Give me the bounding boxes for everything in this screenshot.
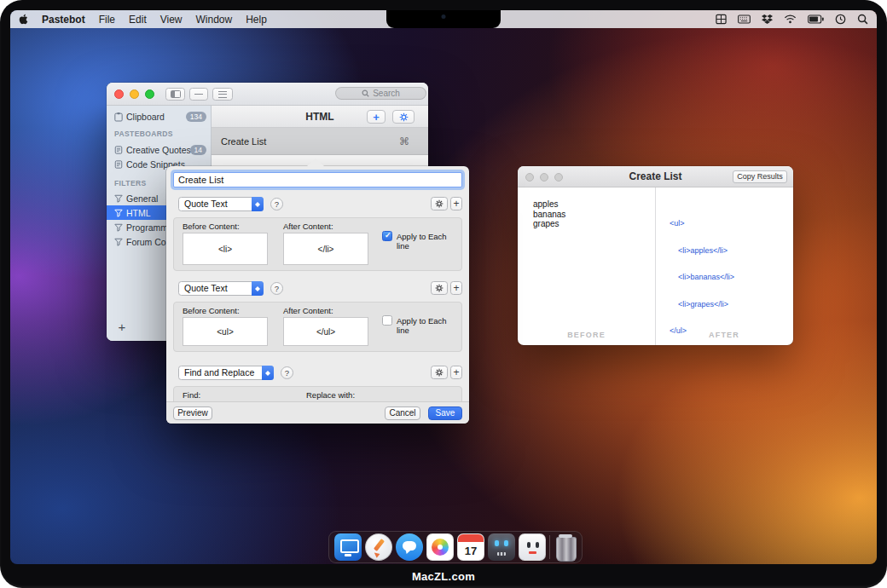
preview-button[interactable]: Preview: [173, 406, 212, 420]
dock-messages-app-icon[interactable]: [396, 533, 423, 561]
apple-menu-icon[interactable]: [19, 14, 28, 25]
filter-row-create-list[interactable]: Create List ⌘: [212, 128, 428, 155]
dock-photos-app-icon[interactable]: [426, 533, 454, 561]
clipboard-icon: [114, 112, 126, 122]
shortcut-symbol: ⌘: [399, 135, 409, 147]
filter-funnel-icon: [114, 209, 126, 217]
dock-screens-app-icon[interactable]: [334, 533, 362, 561]
help-button-1[interactable]: ?: [270, 198, 283, 210]
keyboard-icon[interactable]: [738, 14, 751, 24]
gear-icon: [435, 284, 444, 292]
save-button[interactable]: Save: [428, 406, 462, 420]
dock-calendar-app-icon[interactable]: 17: [457, 533, 484, 561]
list-view-button[interactable]: [212, 88, 233, 101]
filter-funnel-icon: [114, 223, 126, 232]
after-content-label: After Content:: [283, 306, 333, 315]
add-step-button-1[interactable]: +: [450, 197, 462, 210]
add-step-button-2[interactable]: +: [450, 281, 462, 295]
zoom-button[interactable]: [145, 89, 154, 99]
sidebar-item-creative-quotes[interactable]: Creative Quotes 14: [107, 142, 211, 157]
after-content-input-2[interactable]: </ul>: [283, 317, 368, 346]
dropdown-caret-icon: [252, 281, 264, 296]
wifi-icon[interactable]: [784, 14, 797, 24]
action-dropdown-3[interactable]: Find and Replace: [178, 366, 274, 380]
action-dropdown-1[interactable]: Quote Text: [178, 197, 264, 211]
step-settings-group-1: Before Content: <li> After Content: </li…: [173, 217, 462, 271]
compact-view-button[interactable]: [189, 88, 208, 101]
pasteboard-icon: [114, 146, 126, 154]
help-button-2[interactable]: ?: [270, 282, 283, 295]
find-label: Find:: [183, 390, 200, 400]
menu-help[interactable]: Help: [246, 14, 267, 26]
filter-row-label: Create List: [221, 136, 266, 147]
before-content-input-2[interactable]: <ul>: [183, 317, 268, 346]
action-dropdown-2[interactable]: Quote Text: [178, 281, 264, 296]
step-settings-button-1[interactable]: [431, 197, 448, 210]
pasteboard-count-badge: 14: [190, 145, 206, 155]
menu-app-name[interactable]: Pastebot: [42, 14, 85, 26]
sidebar-item-label: Creative Quotes: [126, 145, 191, 155]
dock-trash-icon[interactable]: [554, 533, 577, 561]
copy-results-button[interactable]: Copy Results: [733, 170, 787, 183]
spotlight-search-icon[interactable]: [857, 14, 868, 25]
step-settings-button-3[interactable]: [431, 366, 448, 379]
gear-icon: [435, 199, 444, 208]
apply-each-line-label: Apply to Each line: [397, 316, 461, 335]
after-pane-label: AFTER: [655, 331, 793, 339]
close-button[interactable]: [114, 89, 124, 99]
dropdown-caret-icon: [262, 366, 274, 380]
clipboard-count-badge: 134: [186, 112, 206, 122]
dock-robot-app-icon[interactable]: [519, 533, 546, 561]
add-item-button[interactable]: +: [114, 319, 130, 334]
search-icon: [362, 89, 369, 97]
step-settings-button-2[interactable]: [431, 281, 448, 295]
menu-edit[interactable]: Edit: [129, 14, 147, 26]
apply-each-line-label: Apply to Each line: [397, 232, 461, 251]
before-pane-text: apples bananas grapes: [533, 199, 565, 229]
filter-funnel-icon: [114, 238, 126, 246]
dock-pastebot-app-icon[interactable]: [488, 533, 515, 561]
tiles-icon[interactable]: [716, 14, 727, 25]
step-settings-group-2: Before Content: <ul> After Content: </ul…: [173, 302, 462, 352]
camera-icon: [442, 14, 446, 19]
menu-file[interactable]: File: [99, 14, 115, 26]
apply-each-line-checkbox-2[interactable]: [382, 315, 392, 326]
list-lines-icon: [218, 91, 227, 98]
add-filter-button[interactable]: +: [367, 110, 386, 124]
filter-list-header: HTML +: [212, 106, 428, 128]
before-content-input-1[interactable]: <li>: [183, 233, 268, 265]
before-pane-label: BEFORE: [518, 331, 655, 339]
editor-footer: Preview Cancel Save: [166, 401, 469, 424]
after-content-input-1[interactable]: </li>: [283, 233, 368, 265]
minimize-button[interactable]: [130, 89, 139, 99]
battery-icon[interactable]: [808, 14, 824, 24]
search-placeholder: Search: [373, 89, 400, 98]
sidebar-item-label: Clipboard: [126, 112, 165, 122]
macbook-bezel: Pastebot File Edit View Window Help: [0, 0, 887, 588]
brand-watermark: MacZL.com: [0, 570, 887, 583]
filter-name-input[interactable]: [173, 172, 462, 187]
preview-window: Create List Copy Results apples bananas …: [518, 166, 793, 345]
search-field[interactable]: Search: [335, 87, 426, 100]
clock-icon[interactable]: [835, 14, 846, 25]
single-line-icon: [194, 94, 203, 95]
filter-funnel-icon: [114, 194, 126, 203]
menu-view[interactable]: View: [160, 14, 183, 26]
gear-icon: [399, 112, 409, 122]
sidebar-item-label: Forum Co: [126, 237, 166, 247]
dropbox-icon[interactable]: [762, 14, 773, 25]
sidebar-toggle-button[interactable]: [165, 88, 185, 101]
apply-each-line-checkbox-1[interactable]: [382, 231, 392, 241]
dock-drawing-app-icon[interactable]: [365, 533, 392, 561]
sidebar-item-clipboard[interactable]: Clipboard 134: [107, 109, 211, 124]
add-step-button-3[interactable]: +: [450, 366, 462, 379]
camera-notch: [386, 10, 501, 28]
filter-settings-button[interactable]: [392, 110, 415, 124]
dock: 17: [328, 531, 583, 563]
calendar-day-number: 17: [458, 542, 484, 560]
help-button-3[interactable]: ?: [281, 366, 293, 379]
preview-titlebar: Create List Copy Results: [518, 166, 793, 187]
cancel-button[interactable]: Cancel: [385, 406, 420, 420]
dropdown-caret-icon: [252, 197, 264, 211]
menu-window[interactable]: Window: [196, 14, 233, 26]
